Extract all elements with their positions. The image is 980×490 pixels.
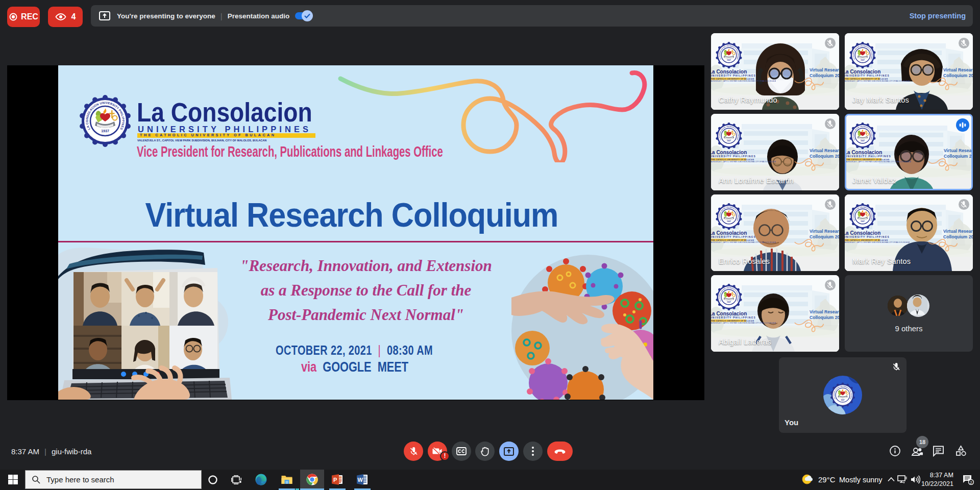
svg-text:VALENZUELA ST., CAPITOL VIEW P: VALENZUELA ST., CAPITOL VIEW PARK SUBDIV… — [711, 241, 776, 243]
svg-text:W: W — [358, 477, 363, 483]
svg-text:THE CATHOLIC UNIVERSITY OF BUL: THE CATHOLIC UNIVERSITY OF BULACAN — [711, 239, 754, 241]
svg-text:VALENZUELA ST., CAPITOL VIEW P: VALENZUELA ST., CAPITOL VIEW PARK SUBDIV… — [711, 80, 776, 82]
svg-text:UNIVERSITY PHILIPPINES: UNIVERSITY PHILIPPINES — [711, 316, 756, 319]
svg-text:UNIVERSITY PHILIPPINES: UNIVERSITY PHILIPPINES — [711, 75, 756, 77]
svg-text:UNIVERSITY PHILIPPINES: UNIVERSITY PHILIPPINES — [845, 155, 891, 158]
svg-text:UNIVERSITY PHILIPPINES: UNIVERSITY PHILIPPINES — [711, 236, 756, 238]
svg-text:THE CATHOLIC UNIVERSITY OF BUL: THE CATHOLIC UNIVERSITY OF BULACAN — [711, 320, 754, 322]
svg-text:THE CATHOLIC UNIVERSITY OF BUL: THE CATHOLIC UNIVERSITY OF BULACAN — [711, 78, 754, 80]
svg-text:VALENZUELA ST., CAPITOL VIEW P: VALENZUELA ST., CAPITOL VIEW PARK SUBDIV… — [845, 80, 910, 82]
svg-text:UNIVERSITY PHILIPPINES: UNIVERSITY PHILIPPINES — [845, 236, 890, 238]
svg-text:THE CATHOLIC UNIVERSITY OF BUL: THE CATHOLIC UNIVERSITY OF BULACAN — [846, 159, 890, 161]
svg-text:THE CATHOLIC UNIVERSITY OF BUL: THE CATHOLIC UNIVERSITY OF BULACAN — [845, 239, 888, 241]
svg-text:VALENZUELA ST., CAPITOL VIEW P: VALENZUELA ST., CAPITOL VIEW PARK SUBDIV… — [711, 161, 776, 163]
svg-text:UNIVERSITY PHILIPPINES: UNIVERSITY PHILIPPINES — [845, 75, 890, 77]
svg-text:UNIVERSITY PHILIPPINES: UNIVERSITY PHILIPPINES — [711, 155, 756, 158]
svg-text:VALENZUELA ST., CAPITOL VIEW P: VALENZUELA ST., CAPITOL VIEW PARK SUBDIV… — [711, 322, 776, 324]
svg-text:THE CATHOLIC UNIVERSITY OF BUL: THE CATHOLIC UNIVERSITY OF BULACAN — [845, 78, 888, 80]
svg-text:VALENZUELA ST., CAPITOL VIEW P: VALENZUELA ST., CAPITOL VIEW PARK SUBDIV… — [845, 161, 911, 163]
svg-text:VALENZUELA ST., CAPITOL VIEW P: VALENZUELA ST., CAPITOL VIEW PARK SUBDIV… — [845, 241, 910, 243]
svg-text:P: P — [333, 477, 337, 483]
svg-text:2: 2 — [970, 480, 972, 485]
svg-text:THE CATHOLIC UNIVERSITY OF BUL: THE CATHOLIC UNIVERSITY OF BULACAN — [711, 159, 754, 161]
